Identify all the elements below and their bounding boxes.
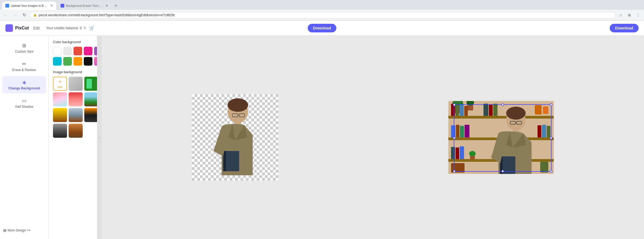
before-image bbox=[192, 94, 278, 181]
color-swatch-purple[interactable] bbox=[94, 47, 97, 55]
after-image bbox=[448, 101, 554, 174]
tab-inactive[interactable]: Background Eraser Tool | Wond... ✕ bbox=[57, 2, 111, 10]
handle-mr[interactable] bbox=[550, 137, 552, 139]
color-swatch-red[interactable] bbox=[74, 47, 82, 55]
svg-point-1 bbox=[228, 98, 248, 112]
color-bg-title: Color background bbox=[53, 40, 93, 44]
tab-close-1[interactable]: ✕ bbox=[50, 4, 53, 8]
bg-thumb-5[interactable] bbox=[84, 92, 97, 106]
tab-favicon-2 bbox=[61, 4, 64, 8]
canvas-area: The result after adding a new background bbox=[102, 36, 644, 239]
color-grid bbox=[53, 47, 93, 66]
logo-text: PixCut bbox=[15, 26, 29, 31]
grid-icon: ⊞ bbox=[3, 228, 6, 233]
image-bg-title: Image background bbox=[53, 70, 93, 74]
before-image-container bbox=[192, 94, 278, 181]
sidebar-item-add-shadow[interactable]: ▭ Add Shadow bbox=[2, 95, 46, 112]
bookmark-icon[interactable]: ☆ bbox=[617, 11, 625, 19]
handle-bl[interactable] bbox=[453, 170, 456, 173]
address-bar[interactable]: 🔒 pixcut.wondershare.com/edit-background… bbox=[30, 12, 615, 18]
color-swatch-black[interactable] bbox=[84, 57, 92, 66]
sidebar-item-erase-restore[interactable]: ✏ Erase & Restore bbox=[2, 58, 46, 75]
sidebar: ⊞ Custom Size ✏ Erase & Restore ◈ Change… bbox=[0, 36, 49, 239]
sidebar-label-erase-restore: Erase & Restore bbox=[12, 68, 36, 72]
bg-thumb-9[interactable] bbox=[53, 124, 67, 138]
bg-thumb-10[interactable] bbox=[69, 124, 83, 138]
bg-thumb-7[interactable] bbox=[69, 108, 83, 122]
download-button-right[interactable]: Download bbox=[610, 24, 639, 32]
tab-active[interactable]: Upload Your Images to BG Rem... ✕ bbox=[2, 2, 56, 10]
more-design-button[interactable]: ⊞ More Design >> bbox=[3, 228, 45, 233]
add-plus-icon: + bbox=[58, 79, 62, 85]
credits-label: Your credits balance: 0 ↻ 🛒 bbox=[46, 25, 95, 31]
person-svg bbox=[205, 97, 265, 178]
menu-icon[interactable]: ⋮ bbox=[634, 11, 642, 19]
app-logo: PixCut bbox=[5, 24, 29, 32]
address-text: pixcut.wondershare.com/edit-background.h… bbox=[39, 13, 612, 17]
browser-toolbar: ← → ↻ 🔒 pixcut.wondershare.com/edit-back… bbox=[0, 10, 644, 21]
svg-rect-7 bbox=[224, 151, 226, 171]
panel: Color background Image background + Add bbox=[49, 36, 97, 239]
credits-refresh-icon[interactable]: ↻ bbox=[84, 26, 86, 30]
download-button-center[interactable]: Download bbox=[308, 24, 336, 32]
bg-thumb-8[interactable] bbox=[84, 108, 97, 122]
bg-thumb-6[interactable] bbox=[53, 108, 67, 122]
after-image-container: The result after adding a new background bbox=[448, 101, 554, 174]
color-swatch-cyan[interactable] bbox=[53, 57, 62, 66]
color-swatch-white[interactable] bbox=[53, 47, 62, 55]
sidebar-bottom: ⊞ More Design >> bbox=[0, 225, 48, 236]
tab-title-2: Background Eraser Tool | Wond... bbox=[66, 4, 104, 7]
bg-thumb-2[interactable] bbox=[84, 77, 97, 91]
handle-ml[interactable] bbox=[453, 137, 456, 139]
selection-box bbox=[454, 104, 552, 172]
erase-restore-icon: ✏ bbox=[22, 61, 26, 67]
forward-button[interactable]: → bbox=[11, 11, 19, 19]
color-swatch-pink[interactable] bbox=[84, 47, 92, 55]
app-header: PixCut Edit Your credits balance: 0 ↻ 🛒 … bbox=[0, 21, 644, 36]
new-tab-button[interactable]: + bbox=[112, 3, 119, 8]
browser-chrome: Upload Your Images to BG Rem... ✕ Backgr… bbox=[0, 0, 644, 21]
sidebar-label-add-shadow: Add Shadow bbox=[15, 105, 33, 109]
handle-tc[interactable] bbox=[501, 103, 504, 106]
handle-tr[interactable] bbox=[550, 103, 552, 106]
color-swatch-gradient[interactable] bbox=[94, 57, 97, 66]
bg-thumb-4[interactable] bbox=[69, 92, 83, 106]
tab-favicon bbox=[5, 4, 9, 8]
back-button[interactable]: ← bbox=[2, 11, 10, 19]
sidebar-label-change-background: Change Background bbox=[8, 86, 40, 90]
bg-thumb-3[interactable] bbox=[53, 92, 67, 106]
handle-br[interactable] bbox=[550, 170, 552, 173]
color-swatch-orange[interactable] bbox=[74, 57, 82, 66]
toolbar-icons: ☆ ⊕ ⋮ bbox=[617, 11, 642, 19]
reload-button[interactable]: ↻ bbox=[21, 11, 28, 19]
change-background-icon: ◈ bbox=[22, 79, 26, 85]
add-label: Add bbox=[58, 86, 62, 89]
sidebar-label-custom-size: Custom Size bbox=[15, 50, 33, 53]
color-swatch-light-gray[interactable] bbox=[63, 47, 72, 55]
bg-thumb-1[interactable] bbox=[69, 77, 83, 91]
color-swatch-green[interactable] bbox=[63, 57, 72, 66]
tab-bar: Upload Your Images to BG Rem... ✕ Backgr… bbox=[0, 0, 644, 10]
cart-icon[interactable]: 🛒 bbox=[89, 25, 95, 31]
collapse-arrow-icon: ‹ bbox=[99, 136, 100, 139]
handle-bc[interactable] bbox=[501, 170, 504, 173]
add-shadow-icon: ▭ bbox=[22, 98, 26, 104]
image-bg-grid: + Add bbox=[53, 77, 93, 138]
add-image-bg-button[interactable]: + Add bbox=[53, 77, 67, 91]
main-content: ⊞ Custom Size ✏ Erase & Restore ◈ Change… bbox=[0, 36, 644, 239]
edit-menu[interactable]: Edit bbox=[31, 25, 42, 31]
custom-size-icon: ⊞ bbox=[22, 43, 26, 49]
sidebar-item-change-background[interactable]: ◈ Change Background bbox=[2, 76, 46, 93]
sidebar-item-custom-size[interactable]: ⊞ Custom Size bbox=[2, 39, 46, 57]
handle-tl[interactable] bbox=[453, 103, 456, 106]
collapse-handle[interactable]: ‹ bbox=[97, 36, 102, 239]
app-container: PixCut Edit Your credits balance: 0 ↻ 🛒 … bbox=[0, 21, 644, 239]
tab-close-2[interactable]: ✕ bbox=[105, 4, 108, 8]
tab-title-1: Upload Your Images to BG Rem... bbox=[11, 4, 49, 7]
extensions-icon[interactable]: ⊕ bbox=[626, 11, 633, 19]
logo-icon bbox=[5, 24, 13, 32]
